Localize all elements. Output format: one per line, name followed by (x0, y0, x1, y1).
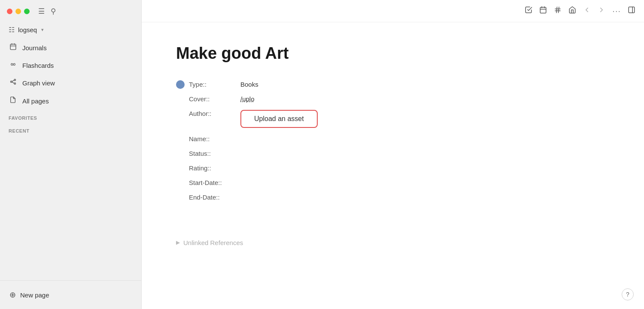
sidebar-item-graph-view[interactable]: Graph view (3, 74, 138, 91)
infinity-icon (9, 61, 17, 70)
properties-block: Type:: Books Cover:: /uplo Author:: Uplo… (176, 77, 601, 205)
prop-key-start-date: Start-Date:: (189, 179, 240, 186)
tag-icon[interactable] (554, 6, 562, 16)
property-rating: Rating:: (176, 161, 601, 176)
calendar-icon (9, 43, 17, 52)
help-label: ? (626, 291, 629, 298)
new-page-label: New page (20, 291, 49, 299)
titlebar-icons: ☰ ⚲ (38, 8, 56, 15)
property-cover: Cover:: /uplo (176, 92, 601, 106)
more-icon[interactable]: ··· (612, 6, 621, 16)
property-start-date: Start-Date:: (176, 176, 601, 190)
property-author: Author:: Upload an asset (176, 106, 601, 130)
prop-key-type: Type:: (189, 81, 240, 88)
svg-rect-17 (629, 7, 635, 13)
prop-bullet-type (176, 80, 185, 89)
graph-icon (9, 78, 17, 88)
upload-asset-popup[interactable]: Upload an asset (240, 110, 318, 128)
workspace-db-icon: ☷ (9, 26, 15, 34)
sidebar-item-all-pages[interactable]: All pages (3, 92, 138, 109)
workspace-selector[interactable]: ☷ logseq ▾ (0, 22, 141, 39)
topbar: ··· (142, 0, 644, 22)
sidebar-item-flashcards[interactable]: Flashcards (3, 57, 138, 73)
traffic-lights (7, 9, 30, 14)
prop-key-rating: Rating:: (189, 164, 240, 172)
svg-line-8 (12, 82, 14, 83)
sidebar-item-graph-view-label: Graph view (22, 79, 55, 87)
search-icon[interactable]: ⚲ (51, 8, 56, 15)
forward-icon[interactable] (598, 6, 605, 16)
help-button[interactable]: ? (622, 288, 634, 300)
prop-key-cover: Cover:: (189, 95, 240, 103)
sidebar-item-all-pages-label: All pages (22, 97, 49, 105)
svg-line-15 (556, 7, 557, 13)
maximize-button[interactable] (24, 9, 30, 14)
menu-icon[interactable]: ☰ (38, 8, 45, 15)
svg-line-16 (559, 7, 559, 13)
prop-value-cover[interactable]: /uplo (240, 95, 255, 103)
workspace-name: logseq (18, 26, 37, 33)
pages-icon (9, 96, 17, 106)
titlebar: ☰ ⚲ (0, 0, 141, 22)
prop-key-author: Author:: (189, 110, 240, 117)
property-type: Type:: Books (176, 77, 601, 92)
calendar-topbar-icon[interactable] (539, 6, 547, 16)
sidebar: ☰ ⚲ ☷ logseq ▾ Journals (0, 0, 142, 309)
prop-key-name: Name:: (189, 135, 240, 142)
recent-section-label: RECENT (0, 122, 141, 135)
home-icon[interactable] (568, 6, 576, 16)
main-content: ··· Make good Art Type:: Books Cover:: /… (142, 0, 644, 309)
property-name: Name:: (176, 132, 601, 146)
sidebar-toggle-icon[interactable] (628, 6, 635, 16)
workspace-chevron-icon: ▾ (41, 27, 44, 33)
sidebar-item-flashcards-label: Flashcards (22, 62, 54, 69)
sidebar-bottom: ⊕ New page (0, 280, 141, 309)
sidebar-item-journals[interactable]: Journals (3, 39, 138, 56)
prop-key-status: Status:: (189, 150, 240, 157)
minimize-button[interactable] (15, 9, 21, 14)
unlinked-refs-label: Unlinked References (183, 239, 243, 246)
prop-key-end-date: End-Date:: (189, 194, 240, 201)
page-content: Make good Art Type:: Books Cover:: /uplo… (142, 22, 644, 309)
svg-rect-0 (10, 44, 16, 50)
sidebar-item-journals-label: Journals (22, 44, 47, 52)
property-status: Status:: (176, 146, 601, 161)
back-icon[interactable] (583, 6, 591, 16)
new-page-button[interactable]: ⊕ New page (3, 286, 138, 304)
favorites-section-label: FAVORITES (0, 109, 141, 122)
svg-rect-9 (541, 7, 547, 13)
unlinked-refs-triangle-icon: ▶ (176, 239, 180, 245)
property-end-date: End-Date:: (176, 190, 601, 205)
close-button[interactable] (7, 9, 12, 14)
svg-line-7 (12, 80, 14, 82)
sidebar-nav: Journals Flashcards Graph vi (0, 39, 141, 109)
page-title: Make good Art (176, 44, 601, 64)
new-page-icon: ⊕ (9, 290, 16, 300)
unlinked-references[interactable]: ▶ Unlinked References (176, 239, 601, 246)
prop-value-type[interactable]: Books (240, 81, 258, 88)
todo-icon[interactable] (525, 6, 532, 16)
